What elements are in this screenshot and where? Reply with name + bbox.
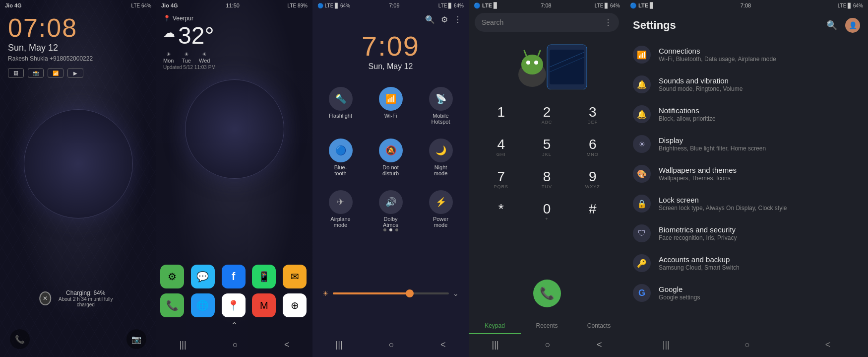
numpad-2[interactable]: 2ABC <box>524 99 569 131</box>
lock-icon-play[interactable]: ▶ <box>67 68 83 78</box>
app-gmail[interactable]: M <box>252 293 276 317</box>
numpad-4[interactable]: 4GHI <box>479 132 523 163</box>
brightness-expand-icon[interactable]: ⌄ <box>453 289 459 297</box>
qs-search-icon[interactable]: 🔍 <box>425 15 435 24</box>
settings-status-right: LTE ▊ 64% <box>838 3 863 8</box>
qs-nav-menu[interactable]: ||| <box>330 338 349 352</box>
mascot-svg <box>502 40 592 89</box>
settings-item-notifications[interactable]: 🔔 Notifications Block, allow, prioritize <box>625 99 868 129</box>
lock-icon-capture[interactable]: 📸 <box>28 68 44 78</box>
settings-avatar[interactable]: 👤 <box>845 18 860 33</box>
lock-date: Sun, May 12 <box>8 43 93 53</box>
qs-tile-airplane[interactable]: ✈ Airplanemode <box>317 185 364 233</box>
numpad-6[interactable]: 6MNO <box>570 132 615 163</box>
qs-tile-flashlight[interactable]: 🔦 Flashlight <box>317 82 364 130</box>
home-nav-menu[interactable]: ||| <box>174 338 192 352</box>
accounts-title: Accounts and backup <box>659 255 860 264</box>
dialer-search-bar[interactable]: Search ⋮ <box>475 13 619 32</box>
lock-status-bar: Jio 4G LTE 64% <box>0 0 156 11</box>
dolby-label: DolbyAtmos <box>383 216 398 228</box>
panel-settings: 🔵 LTE ▊ 7:08 LTE ▊ 64% Settings 🔍 👤 📶 Co… <box>625 0 868 357</box>
dialer-nav-menu[interactable]: ||| <box>486 338 505 352</box>
numpad-hash[interactable]: # <box>570 196 615 227</box>
app-facebook[interactable]: f <box>222 265 246 288</box>
numpad-7[interactable]: 7PQRS <box>479 164 523 195</box>
hotspot-icon: 📡 <box>429 87 453 111</box>
dolby-icon: 🔊 <box>379 190 403 214</box>
flashlight-icon: 🔦 <box>329 87 353 111</box>
tab-recents[interactable]: Recents <box>521 318 573 334</box>
home-swipe-up[interactable]: ⌃ <box>231 321 238 331</box>
settings-item-biometrics[interactable]: 🛡 Biometrics and security Face recogniti… <box>625 218 868 248</box>
app-chrome[interactable]: ⊕ <box>283 293 307 317</box>
numpad-3[interactable]: 3DEF <box>570 99 615 131</box>
qs-tile-dolby[interactable]: 🔊 DolbyAtmos <box>368 185 414 233</box>
numpad-0[interactable]: 0+ <box>524 196 569 227</box>
home-status-bar: Jio 4G 11:50 LTE 89% <box>156 0 312 11</box>
dialer-nav-back[interactable]: < <box>591 338 608 352</box>
notifications-text: Notifications Block, allow, prioritize <box>659 106 860 122</box>
dialer-status-time: 7:08 <box>541 2 551 8</box>
brightness-track[interactable] <box>333 292 449 294</box>
dialer-nav-bar: ||| ○ < <box>469 338 625 352</box>
app-email[interactable]: ✉ <box>283 265 307 288</box>
lock-icon-photos[interactable]: 🖼 <box>8 68 24 78</box>
qs-tile-hotspot[interactable]: 📡 MobileHotspot <box>418 82 464 130</box>
brightness-control[interactable]: ☀ ⌄ <box>322 289 459 297</box>
settings-item-accounts[interactable]: 🔑 Accounts and backup Samsung Cloud, Sma… <box>625 248 868 278</box>
settings-search-icon[interactable]: 🔍 <box>826 20 837 31</box>
numpad-5[interactable]: 5JKL <box>524 132 569 163</box>
tab-keypad[interactable]: Keypad <box>469 318 521 334</box>
settings-nav-home[interactable]: ○ <box>740 338 755 352</box>
biometrics-icon: 🛡 <box>633 224 651 242</box>
settings-nav-back[interactable]: < <box>820 338 836 352</box>
call-button[interactable]: 📞 <box>533 280 561 307</box>
display-title: Display <box>659 136 860 144</box>
qs-settings-icon[interactable]: ⚙ <box>441 15 448 24</box>
qs-tile-bluetooth[interactable]: 🔵 Blue-tooth <box>317 134 364 181</box>
settings-item-wallpaper[interactable]: 🎨 Wallpapers and themes Wallpapers, Them… <box>625 159 868 189</box>
settings-item-lockscreen[interactable]: 🔒 Lock screen Screen lock type, Always O… <box>625 189 868 218</box>
numpad-9[interactable]: 9WXYZ <box>570 164 615 195</box>
lock-time: 07:08 <box>8 15 93 41</box>
lock-phone-icon[interactable]: 📞 <box>10 329 30 349</box>
numpad-1[interactable]: 1 <box>479 99 523 131</box>
app-settings[interactable]: ⚙ <box>160 265 184 288</box>
google-title: Google <box>659 285 860 293</box>
app-browser[interactable]: 🌐 <box>191 293 215 317</box>
qs-dot-2 <box>389 228 392 231</box>
dialer-status-right: LTE ▊ 64% <box>595 3 620 8</box>
qs-tile-wifi[interactable]: 📶 Wi-Fi <box>368 82 414 130</box>
qs-tile-dnd[interactable]: 🔕 Do notdisturb <box>368 134 414 181</box>
app-messages[interactable]: 💬 <box>191 265 215 288</box>
app-whatsapp[interactable]: 📱 <box>252 265 276 288</box>
brightness-thumb[interactable] <box>406 289 414 297</box>
settings-nav-menu[interactable]: ||| <box>658 338 675 352</box>
settings-status-left: 🔵 LTE ▊ <box>630 2 654 9</box>
qs-tile-power[interactable]: ⚡ Powermode <box>418 185 464 233</box>
app-maps[interactable]: 📍 <box>222 293 246 317</box>
lock-icon-wifi[interactable]: 📶 <box>48 68 63 78</box>
lock-camera-icon[interactable]: 📷 <box>126 329 146 349</box>
dialer-search-more-icon[interactable]: ⋮ <box>604 18 612 27</box>
qs-nav-home[interactable]: ○ <box>383 338 400 352</box>
home-nav-home[interactable]: ○ <box>227 338 244 352</box>
notifications-icon: 🔔 <box>633 105 651 123</box>
settings-item-display[interactable]: ☀ Display Brightness, Blue light filter,… <box>625 129 868 159</box>
qs-more-icon[interactable]: ⋮ <box>454 15 462 24</box>
qs-page-dots <box>312 228 469 231</box>
home-nav-back[interactable]: < <box>278 338 296 352</box>
display-icon: ☀ <box>633 135 651 153</box>
weather-location: 📍 Veerpur <box>163 15 216 22</box>
settings-item-google[interactable]: G Google Google settings <box>625 278 868 308</box>
tab-contacts[interactable]: Contacts <box>573 318 625 334</box>
qs-nav-back[interactable]: < <box>434 338 452 352</box>
numpad-8[interactable]: 8TUV <box>524 164 569 195</box>
qs-tile-night[interactable]: 🌙 Nightmode <box>418 134 464 181</box>
settings-item-sounds[interactable]: 🔔 Sounds and vibration Sound mode, Ringt… <box>625 70 868 99</box>
app-phone[interactable]: 📞 <box>160 293 184 317</box>
settings-item-connections[interactable]: 📶 Connections Wi-Fi, Bluetooth, Data usa… <box>625 40 868 70</box>
dialer-nav-home[interactable]: ○ <box>539 338 557 352</box>
numpad-star[interactable]: * <box>479 196 523 227</box>
home-apps-grid: ⚙ 💬 f 📱 ✉ 📞 🌐 📍 M ⊕ <box>160 265 309 317</box>
